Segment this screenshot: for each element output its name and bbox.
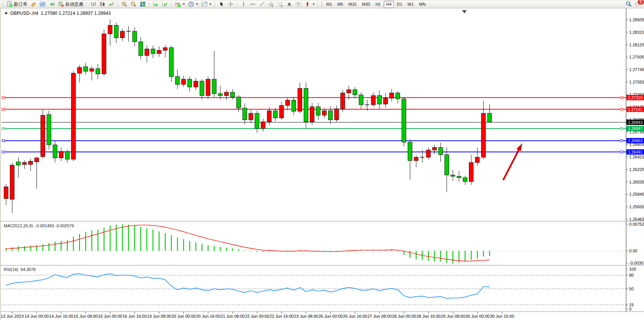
timeframe-mn-button[interactable]: MN: [417, 1, 428, 8]
price-axis-label: 1.27935: [629, 55, 644, 59]
zoom-out-button[interactable]: [129, 0, 138, 8]
line-price-badge-text: 1.26847: [628, 126, 642, 131]
chart-shift-marker[interactable]: [462, 10, 467, 13]
new-order-icon: [6, 1, 13, 7]
timeframe-w1-button[interactable]: W1: [405, 1, 416, 8]
templates-icon: [201, 1, 207, 7]
fibonacci-tool-button[interactable]: F: [276, 0, 285, 8]
channel-icon: E: [268, 1, 274, 7]
timeframe-d1-button[interactable]: D1: [395, 1, 405, 8]
auto-scroll-button[interactable]: [151, 0, 160, 8]
rsi-axis-label: 50: [629, 287, 634, 291]
candle-body: [267, 111, 271, 122]
new-order-button-label: 新订单: [14, 1, 27, 8]
templates-button[interactable]: [200, 0, 213, 8]
candle-body: [139, 42, 143, 55]
candle-body: [390, 93, 394, 98]
line-handle[interactable]: [620, 151, 623, 153]
candle-body: [47, 115, 51, 145]
candle-body: [463, 177, 467, 181]
candle-body: [243, 108, 247, 120]
arrow-annotation[interactable]: [503, 150, 519, 180]
crosshair-tool-button[interactable]: [226, 0, 235, 8]
timeframe-m5-button[interactable]: M5: [335, 1, 345, 8]
trendline-tool-button[interactable]: [257, 0, 266, 8]
candle-body: [475, 157, 480, 163]
brush-icon: [30, 1, 37, 7]
rsi-indicator-label: RSI(14) 54.3078: [4, 267, 36, 272]
candle-body: [377, 95, 381, 104]
candlestick-mode-button[interactable]: [98, 0, 107, 8]
candle-body: [96, 69, 100, 74]
time-axis-label: 23 Jun 08:00: [294, 314, 318, 318]
time-axis-label: 14 Jun 16:00: [49, 314, 73, 318]
market-watch-button[interactable]: [38, 0, 47, 8]
notification-badge: 1: [637, 0, 644, 5]
notifications-button[interactable]: 1: [633, 0, 642, 8]
timeframe-h4-button[interactable]: H4: [384, 1, 394, 8]
line-handle[interactable]: [2, 139, 5, 142]
text-tool-button[interactable]: A: [285, 0, 294, 8]
tile-windows-button[interactable]: [138, 0, 147, 8]
line-handle[interactable]: [2, 127, 5, 130]
candle-body: [432, 147, 437, 150]
add-indicator-button[interactable]: [173, 0, 187, 8]
price-chart[interactable]: 1.285051.283151.281251.279351.277451.275…: [1, 8, 644, 320]
rsi-line: [6, 274, 489, 298]
candle-body: [169, 48, 174, 76]
candle-body: [359, 95, 363, 105]
timeframe-h1-button[interactable]: H1: [373, 1, 383, 8]
line-price-badge-text: 1.26943: [628, 120, 642, 125]
line-handle[interactable]: [620, 139, 623, 142]
arrows-tool-button[interactable]: [303, 0, 316, 8]
one-click-panel-toggle-icon[interactable]: [5, 13, 8, 14]
candle-body: [188, 79, 192, 87]
candle-body: [163, 48, 167, 50]
line-handle[interactable]: [2, 108, 5, 111]
candle-body: [310, 107, 314, 122]
candle-body: [90, 69, 94, 71]
line-handle[interactable]: [620, 97, 623, 99]
horizontal-line-tool-button[interactable]: [248, 0, 257, 8]
candle-body: [408, 142, 412, 160]
candle-body: [84, 67, 88, 71]
vertical-line-tool-button[interactable]: [239, 0, 248, 8]
auto-trading-button-label: 自动交易: [65, 1, 83, 8]
search-button[interactable]: [624, 0, 633, 8]
timeframe-m1-button[interactable]: M1: [324, 1, 334, 8]
timeframe-m15-button[interactable]: M15: [346, 1, 359, 8]
line-handle[interactable]: [620, 127, 623, 130]
candle-body: [457, 176, 461, 177]
channel-tool-button[interactable]: E: [266, 0, 276, 8]
signals-button[interactable]: [47, 0, 56, 8]
line-handle[interactable]: [620, 108, 623, 111]
line-handle[interactable]: [2, 151, 5, 153]
chart-shift-button[interactable]: [160, 0, 169, 8]
macd-indicator-label: MACD(12,26,9) -0.001459 -0.002576: [4, 223, 74, 228]
line-price-badge-text: 1.26663: [628, 138, 642, 143]
candle-body: [71, 73, 75, 159]
candle-body: [114, 25, 118, 38]
time-axis-label: 29 Jun 08:00: [441, 314, 465, 318]
line-chart-mode-button[interactable]: [107, 0, 116, 8]
text-label-tool-button[interactable]: T: [294, 0, 303, 8]
arrow-annotation-head[interactable]: [516, 143, 522, 151]
new-order-button[interactable]: 新订单: [5, 0, 29, 8]
zoom-in-button[interactable]: [120, 0, 129, 8]
line-price-badge-text: 1.27141: [628, 107, 642, 112]
candle-body: [77, 67, 81, 73]
bar-chart-mode-button[interactable]: [89, 0, 98, 8]
candle-body: [206, 79, 210, 95]
rsi-axis-label: 0: [629, 307, 631, 311]
candle-body: [255, 113, 259, 128]
line-handle[interactable]: [2, 97, 5, 99]
styler-button[interactable]: [29, 0, 38, 8]
periods-button[interactable]: [187, 0, 200, 8]
timeframe-m30-button[interactable]: M30: [360, 1, 372, 8]
auto-trading-button[interactable]: 自动交易: [56, 0, 85, 8]
bar-chart-icon: [90, 1, 96, 7]
cursor-tool-button[interactable]: [217, 0, 226, 8]
chart-window[interactable]: 1.285051.283151.281251.279351.277451.275…: [0, 8, 644, 320]
auto-trading-icon: [58, 1, 64, 7]
candle-body: [200, 81, 204, 95]
